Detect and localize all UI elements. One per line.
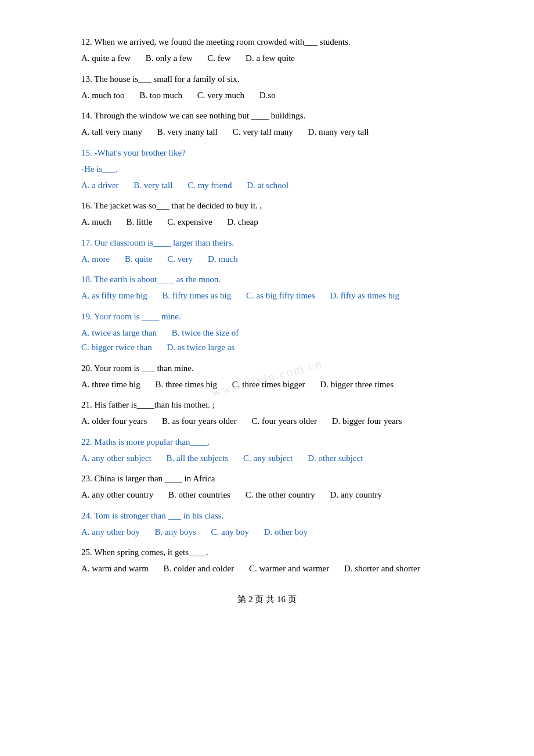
q22-opt-b: B. all the subjects — [167, 453, 230, 463]
q23-opt-a: A. any other country — [81, 490, 156, 499]
q24-opt-d: D. other boy — [264, 527, 308, 537]
q16-opt-a: A. much — [81, 217, 113, 226]
q25-options-line: A. warm and warm B. colder and colder C.… — [81, 561, 453, 577]
q16-text: 16. The jacket was so___ that he decided… — [81, 199, 453, 213]
q12-opt-b: B. only a few — [146, 53, 195, 63]
q21-text: 21. His father is____than his mother. ; — [81, 398, 453, 412]
q19-opt-a: A. twice as large than — [81, 328, 157, 337]
q25-opt-a: A. warm and warm — [81, 564, 151, 573]
q20-options: A. three time big B. three times big C. … — [81, 377, 453, 393]
q24-options-line: A. any other boy B. any boys C. any boy … — [81, 525, 453, 540]
q15-opt-d: D. at school — [247, 181, 288, 190]
q18-opt-d: D. fifty as times big — [330, 291, 399, 300]
q19-text: 19. Your room is ____ mine. — [81, 309, 453, 323]
q16-opt-c: C. expensive — [167, 217, 214, 226]
q23-opt-d: D. any country — [330, 490, 382, 499]
q20-opt-b: B. three times big — [155, 380, 219, 389]
q23-options-line: A. any other country B. other countries … — [81, 488, 453, 503]
q13-options: A. much too B. too much C. very much D.s… — [81, 88, 453, 103]
q14-options-line: A. tall very many B. very many tall C. v… — [81, 125, 453, 140]
q20-block: 20. Your room is ___ than mine.A. three … — [81, 361, 453, 393]
q12-opt-c: C. few — [207, 53, 233, 63]
q16-block: 16. The jacket was so___ that he decided… — [81, 199, 453, 230]
q14-opt-c: C. very tall many — [233, 127, 295, 136]
q25-opt-c: C. warmer and warmer — [249, 564, 331, 573]
q17-options-line: A. more B. quite C. very D. much — [81, 252, 453, 267]
q25-text: 25. When spring comes, it gets____. — [81, 545, 453, 559]
q15-subtext: -He is___. — [81, 162, 453, 176]
q21-opt-c: C. four years older — [252, 416, 319, 426]
q18-block: 18. The earth is about____ as the moon.A… — [81, 272, 453, 304]
q23-opt-b: B. other countries — [168, 490, 233, 499]
q12-opt-a: A. quite a few — [81, 53, 133, 63]
q21-options: A. older four years B. as four years old… — [81, 414, 453, 429]
q24-text: 24. Tom is stronger than ___ in his clas… — [81, 509, 453, 523]
q15-opt-b: B. very tall — [134, 181, 175, 190]
q12-block: 12. When we arrived, we found the meetin… — [81, 35, 453, 66]
q19-opt-c: C. bigger twice than — [81, 343, 152, 352]
q20-opt-c: C. three times bigger — [232, 380, 308, 389]
q24-opt-a: A. any other boy — [81, 527, 142, 537]
q15-options: A. a driver B. very tall C. my friend D.… — [81, 178, 453, 193]
q17-options: A. more B. quite C. very D. much — [81, 252, 453, 267]
q22-opt-c: C. any subject — [243, 453, 295, 463]
q14-opt-a: A. tall very many — [81, 127, 145, 136]
q23-options: A. any other country B. other countries … — [81, 488, 453, 503]
q18-options-line: A. as fifty time big B. fifty times as b… — [81, 289, 453, 304]
q17-opt-d: D. much — [208, 254, 238, 264]
q14-text: 14. Through the window we can see nothin… — [81, 109, 453, 123]
q25-opt-d: D. shorter and shorter — [344, 564, 420, 573]
q20-options-line: A. three time big B. three times big C. … — [81, 377, 453, 393]
q15-opt-c: C. my friend — [187, 181, 234, 190]
q19-options-row1: A. twice as large than B. twice the size… — [81, 326, 453, 341]
q17-text: 17. Our classroom is____ larger than the… — [81, 236, 453, 250]
q13-opt-c: C. very much — [197, 91, 247, 100]
q18-opt-c: C. as big fifty times — [246, 291, 317, 300]
q25-block: 25. When spring comes, it gets____.A. wa… — [81, 545, 453, 577]
q12-options-line: A. quite a few B. only a few C. few D. a… — [81, 51, 453, 66]
q24-block: 24. Tom is stronger than ___ in his clas… — [81, 509, 453, 540]
q14-opt-d: D. many very tall — [308, 127, 369, 136]
q21-options-line: A. older four years B. as four years old… — [81, 414, 453, 429]
q22-block: 22. Maths is more popular than____.A. an… — [81, 435, 453, 466]
q20-opt-d: D. bigger three times — [320, 380, 394, 389]
q19-opt-d: D. as twice large as — [167, 343, 234, 352]
q12-text: 12. When we arrived, we found the meetin… — [81, 35, 453, 49]
q24-opt-b: B. any boys — [155, 527, 199, 537]
q19-options: A. twice as large than B. twice the size… — [81, 326, 453, 355]
page-footer: 第 2 页 共 16 页 — [81, 594, 453, 605]
q18-opt-b: B. fifty times as big — [162, 291, 233, 300]
q13-opt-b: B. too much — [139, 91, 185, 100]
q17-block: 17. Our classroom is____ larger than the… — [81, 236, 453, 267]
q18-options: A. as fifty time big B. fifty times as b… — [81, 289, 453, 304]
q13-block: 13. The house is___ small for a family o… — [81, 72, 453, 103]
q16-options-line: A. much B. little C. expensive D. cheap — [81, 215, 453, 230]
q19-block: 19. Your room is ____ mine.A. twice as l… — [81, 309, 453, 355]
q14-options: A. tall very many B. very many tall C. v… — [81, 125, 453, 140]
q17-opt-a: A. more — [81, 254, 112, 264]
q23-block: 23. China is larger than ____ in AfricaA… — [81, 471, 453, 503]
q17-opt-b: B. quite — [125, 254, 154, 264]
q23-opt-c: C. the other country — [246, 490, 317, 499]
q18-opt-a: A. as fifty time big — [81, 291, 149, 300]
q22-options-line: A. any other subject B. all the subjects… — [81, 451, 453, 466]
q14-opt-b: B. very many tall — [157, 127, 220, 136]
q21-opt-a: A. older four years — [81, 416, 149, 426]
q24-options: A. any other boy B. any boys C. any boy … — [81, 525, 453, 540]
q20-opt-a: A. three time big — [81, 380, 142, 389]
q12-opt-d: D. a few quite — [246, 53, 295, 63]
q19-opt-b: B. twice the size of — [172, 328, 239, 337]
q21-opt-d: D. bigger four years — [332, 416, 402, 426]
q18-text: 18. The earth is about____ as the moon. — [81, 272, 453, 286]
q14-block: 14. Through the window we can see nothin… — [81, 109, 453, 140]
q23-text: 23. China is larger than ____ in Africa — [81, 471, 453, 485]
q16-options: A. much B. little C. expensive D. cheap — [81, 215, 453, 230]
q22-text: 22. Maths is more popular than____. — [81, 435, 453, 449]
q13-opt-d: D.so — [259, 91, 276, 100]
q25-options: A. warm and warm B. colder and colder C.… — [81, 561, 453, 577]
q12-options: A. quite a few B. only a few C. few D. a… — [81, 51, 453, 66]
q15-options-line: A. a driver B. very tall C. my friend D.… — [81, 178, 453, 193]
q13-text: 13. The house is___ small for a family o… — [81, 72, 453, 86]
q16-opt-b: B. little — [126, 217, 154, 226]
q13-opt-a: A. much too — [81, 91, 127, 100]
